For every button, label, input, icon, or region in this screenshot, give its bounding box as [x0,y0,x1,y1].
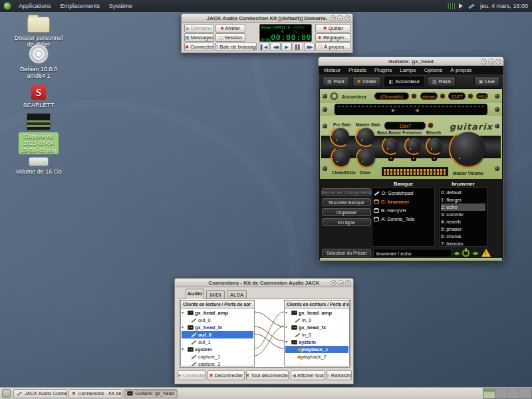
client-row[interactable]: ▾system [285,338,348,346]
online-button[interactable]: En ligne [322,218,371,226]
port-row[interactable]: out_1 [182,338,253,346]
jack-tray-icon[interactable] [448,3,456,9]
messages-button[interactable]: ▤Messages [184,33,214,42]
preset-row-selected[interactable]: 2: echo [441,203,485,211]
connections-titlebar[interactable]: Connexions - Kit de Connexion Audio JACK [175,279,353,287]
bypass-arrows-icon[interactable]: ◀▶ [454,250,460,257]
desktop-icon-scarlett[interactable]: S SCARLETT [13,85,64,108]
bank-row[interactable]: A: Sonnie_Tele [374,215,433,223]
tuner-reference-pitch[interactable]: 440.0 [476,93,488,99]
tuner-button[interactable]: ◧Accordeur [384,76,424,86]
workspace-3[interactable] [507,389,519,398]
tuner-power-button[interactable] [331,92,338,100]
settings-button[interactable]: ✱Réglages... [315,33,351,42]
expander-icon[interactable]: ▾ [285,309,290,317]
bass-boost-switch[interactable] [388,156,394,161]
pool-button[interactable]: ▤Pool [323,76,349,86]
preset-row[interactable]: 6: chorus [441,233,485,240]
client-row[interactable]: ▾gx_head_fx [182,324,253,331]
tab-audio[interactable]: Audio [186,289,204,299]
expand-all-button[interactable]: ◀Afficher tout [291,370,325,380]
organize-button[interactable]: Organiser [322,208,371,216]
preset-row[interactable]: 1: flanger [441,196,485,203]
client-row[interactable]: ▾gx_head_amp [285,309,348,317]
bypass-arrows-icon[interactable]: ◀▶ [472,250,478,257]
desktop-icon-screenshot[interactable]: Capture du 2021-03-04 15-58-48.png [13,113,64,154]
client-row[interactable]: ▾system [182,346,253,353]
expander-icon[interactable]: ▾ [285,338,290,346]
port-row-selected[interactable]: out_0 [182,331,253,338]
bass-boost-knob[interactable] [384,138,398,153]
about-button[interactable]: ⓘÀ propos... [315,43,351,51]
tuner-stream-dropdown[interactable]: stream [420,92,438,100]
close-icon[interactable]: ✕ [495,59,501,65]
patchbay-button[interactable]: ◫Baie de brassage [215,43,257,51]
port-row[interactable]: playback_2 [285,353,348,360]
menu-systeme[interactable]: Système [104,0,137,12]
workspace-2[interactable] [495,389,507,398]
port-row[interactable]: in_0 [285,317,348,324]
transport-forward-button[interactable]: ▶▶ [304,43,315,51]
expander-icon[interactable]: ▾ [182,309,186,317]
quit-button[interactable]: ✖Quitter [315,24,351,33]
show-desktop-button[interactable] [2,389,11,398]
task-connections[interactable]: ✖Connexions - Kit de Co... [68,389,122,398]
writable-clients-header[interactable]: Clients en écriture / Ports d'ent [285,301,349,309]
transport-rewind-button[interactable]: ▌◀ [259,43,269,51]
disconnect-all-button[interactable]: ✖Tout déconnecter [246,370,289,380]
save-changes-button[interactable]: Sauver les changements [322,188,371,196]
live-button[interactable]: ▣Live [474,76,499,86]
tuner-mode-knob[interactable] [411,93,417,99]
qjackctl-titlebar[interactable]: JACK Audio Connection Kit [(default)] Dé… [182,14,352,23]
preset-row[interactable]: 7: tremolo [441,240,485,247]
connect-ports-button[interactable]: ✚Connecter [178,370,205,380]
port-row-selected[interactable]: playback_1 [285,346,348,353]
bank-row[interactable]: B: HarryVH [374,207,433,214]
close-icon[interactable]: ✕ [344,15,350,21]
volume-icon[interactable] [459,3,466,9]
menu-options[interactable]: Options [424,67,443,73]
warning-icon[interactable] [481,249,491,257]
desktop-icon-debian-cd[interactable]: Debian 10.8.0 amd64 1 [13,44,64,80]
preset-row[interactable]: 3: convolv [441,211,485,218]
port-row[interactable]: capture_1 [182,353,253,360]
refresh-button[interactable]: ↻Rafraîchir [327,370,352,380]
tuner-temperament-dropdown[interactable]: 12-ET [448,92,466,100]
menu-apropos[interactable]: À propos [450,67,471,73]
preset-row[interactable]: 5: phaser [441,225,485,233]
guitarix-titlebar[interactable]: Guitarix: gx_head [319,57,503,66]
session-button[interactable]: ▢Session [215,33,245,42]
transport-pause-button[interactable]: ▌▌ [293,43,303,51]
preset-selection-button[interactable]: Sélection du Préset [322,249,371,257]
minimize-icon[interactable]: ▾ [330,15,336,21]
minimize-icon[interactable]: ▾ [331,280,336,286]
drive-knob[interactable] [358,149,375,166]
workspace-1[interactable] [483,389,495,398]
bank-row-selected[interactable]: C: brummer [374,198,433,205]
port-row[interactable]: in_0 [285,331,348,338]
expander-icon[interactable]: ▾ [182,324,186,331]
task-qjackctl[interactable]: JACK Audio Connectio... [13,389,67,398]
maximize-icon[interactable]: ▴ [488,59,494,65]
new-bank-button[interactable]: Nouvelle Banque [322,198,371,206]
client-row[interactable]: ▾gx_head_amp [182,309,253,317]
menu-applications[interactable]: Applications [14,0,56,12]
task-guitarix[interactable]: Guitarix: gx_head [124,389,178,398]
workspace-4[interactable] [519,389,531,398]
expander-icon[interactable]: ▾ [285,324,290,331]
reverb-switch[interactable] [432,156,437,161]
distro-menu-icon[interactable] [3,2,11,10]
menu-emplacements[interactable]: Emplacements [56,0,105,12]
tuner-stream-knob[interactable] [440,93,446,99]
desktop-icon-volume[interactable]: Volume de 16 Go [13,157,64,175]
port-row[interactable]: out_0 [182,317,253,324]
clock[interactable]: jeu. 4 mars, 16:00 [477,3,528,9]
maximize-icon[interactable]: ▴ [338,280,344,286]
minimize-icon[interactable]: ▾ [481,59,487,65]
tuner-mode-dropdown[interactable]: (Chromatic) [374,92,409,100]
client-row[interactable]: ▾gx_head_fx [285,324,348,331]
transport-backward-button[interactable]: ◀◀ [270,43,281,51]
menu-plugins[interactable]: Plugins [374,67,392,73]
preset-row[interactable]: 0: default [441,189,485,196]
bluetooth-pen-icon[interactable] [468,3,475,9]
